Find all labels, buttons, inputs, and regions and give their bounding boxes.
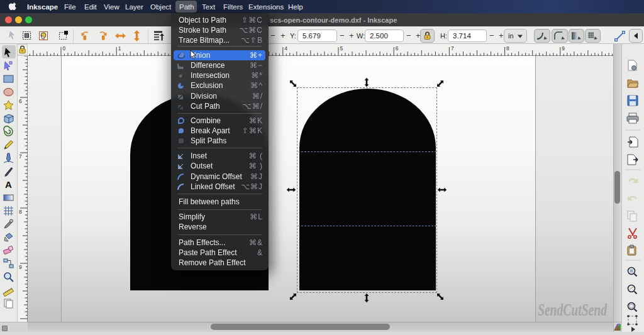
- svg-text:8: 8: [19, 209, 22, 215]
- svg-text:7: 7: [19, 153, 22, 160]
- svg-text:7: 7: [451, 45, 454, 52]
- svg-text:4: 4: [284, 45, 287, 52]
- svg-text:6: 6: [19, 98, 22, 104]
- svg-text:8: 8: [506, 45, 509, 52]
- svg-text:A: A: [5, 179, 12, 190]
- svg-text:6: 6: [396, 45, 399, 52]
- svg-text:9: 9: [562, 45, 565, 52]
- svg-text:9: 9: [19, 264, 22, 270]
- svg-text:1: 1: [118, 45, 121, 52]
- svg-text:0: 0: [63, 45, 66, 52]
- svg-text:5: 5: [340, 45, 343, 52]
